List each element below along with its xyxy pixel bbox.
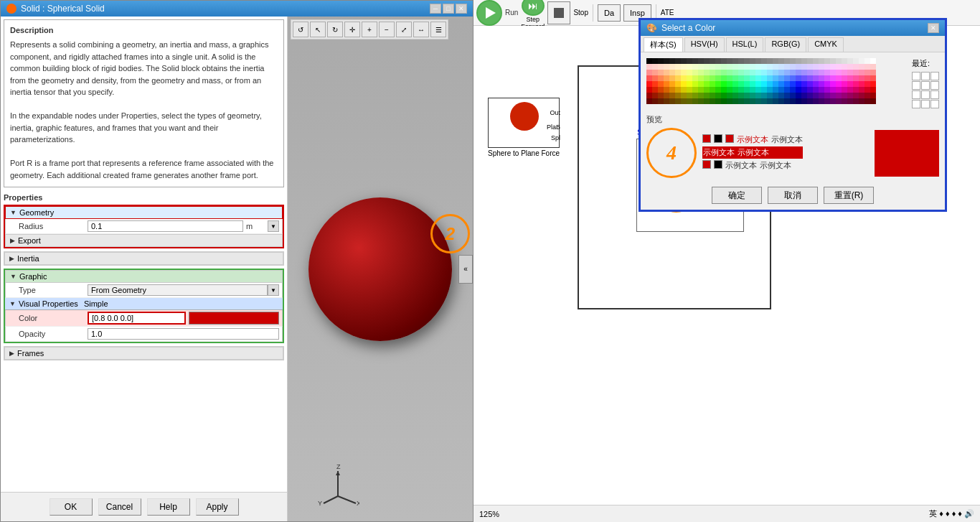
color-cell[interactable]	[859, 64, 864, 70]
step-forward-button[interactable]: ⏭	[522, 0, 545, 16]
color-cell[interactable]	[773, 70, 778, 75]
color-cell[interactable]	[669, 64, 675, 70]
color-cell[interactable]	[824, 75, 830, 81]
color-cell[interactable]	[732, 81, 738, 87]
color-cell[interactable]	[738, 75, 744, 81]
color-cell[interactable]	[681, 98, 687, 104]
color-cell[interactable]	[761, 75, 767, 81]
color-cell[interactable]	[687, 98, 692, 104]
color-cell[interactable]	[675, 93, 681, 98]
color-cell[interactable]	[790, 81, 796, 87]
color-cell[interactable]	[836, 93, 842, 98]
apply-button[interactable]: Apply	[196, 498, 239, 516]
vp-fit-btn[interactable]: ⤢	[396, 22, 412, 37]
color-cell[interactable]	[738, 81, 744, 87]
color-cell[interactable]	[704, 75, 710, 81]
color-cell[interactable]	[842, 81, 847, 87]
color-cell[interactable]	[652, 58, 658, 64]
color-cell[interactable]	[864, 81, 870, 87]
color-cell[interactable]	[750, 93, 755, 98]
frames-header[interactable]: ▶ Frames	[4, 347, 283, 360]
color-cell[interactable]	[824, 81, 830, 87]
vp-zoom-in-btn[interactable]: +	[362, 22, 377, 37]
color-cell[interactable]	[755, 98, 761, 104]
color-cell[interactable]	[784, 81, 790, 87]
vp-zoom-out-btn[interactable]: −	[379, 22, 395, 37]
color-grid[interactable]	[646, 58, 906, 108]
color-cell[interactable]	[796, 87, 801, 93]
color-cell[interactable]	[721, 64, 727, 70]
color-cell[interactable]	[784, 93, 790, 98]
color-cell[interactable]	[652, 93, 658, 98]
color-cell[interactable]	[669, 58, 675, 64]
color-cell[interactable]	[801, 81, 807, 87]
color-cell[interactable]	[732, 75, 738, 81]
color-cell[interactable]	[646, 75, 652, 81]
color-cell[interactable]	[710, 64, 715, 70]
color-cell[interactable]	[853, 64, 859, 70]
color-cell[interactable]	[652, 81, 658, 87]
color-cell[interactable]	[847, 58, 853, 64]
color-preview[interactable]	[189, 312, 280, 325]
color-cell[interactable]	[727, 70, 732, 75]
export-header[interactable]: ▶ Export	[5, 234, 283, 247]
color-cell[interactable]	[842, 93, 847, 98]
color-cell[interactable]	[847, 93, 853, 98]
color-cell[interactable]	[721, 70, 727, 75]
color-cell[interactable]	[744, 70, 750, 75]
color-cell[interactable]	[824, 58, 830, 64]
recent-color-cell[interactable]	[930, 100, 939, 108]
color-cell[interactable]	[652, 64, 658, 70]
color-cell[interactable]	[744, 93, 750, 98]
recent-color-cell[interactable]	[930, 72, 939, 80]
color-cell[interactable]	[710, 87, 715, 93]
color-cell[interactable]	[836, 81, 842, 87]
color-cell[interactable]	[750, 64, 755, 70]
color-cell[interactable]	[669, 98, 675, 104]
color-cell[interactable]	[813, 64, 819, 70]
color-cell[interactable]	[761, 87, 767, 93]
sphere-force-block[interactable]: Out PlaB Spl Sphere to Plane Force	[488, 98, 560, 157]
color-cell[interactable]	[790, 87, 796, 93]
color-cell[interactable]	[750, 87, 755, 93]
color-cell[interactable]	[790, 70, 796, 75]
color-cell[interactable]	[744, 64, 750, 70]
color-cell[interactable]	[669, 93, 675, 98]
color-cell[interactable]	[664, 75, 669, 81]
recent-color-cell[interactable]	[921, 72, 930, 80]
color-cell[interactable]	[807, 87, 813, 93]
color-cell[interactable]	[681, 64, 687, 70]
color-cell[interactable]	[796, 58, 801, 64]
color-cell[interactable]	[773, 64, 778, 70]
color-cell[interactable]	[738, 64, 744, 70]
color-cell[interactable]	[784, 98, 790, 104]
color-cell[interactable]	[778, 98, 784, 104]
color-cell[interactable]	[778, 70, 784, 75]
color-cell[interactable]	[738, 98, 744, 104]
color-cell[interactable]	[669, 75, 675, 81]
color-cell[interactable]	[824, 87, 830, 93]
color-cell[interactable]	[732, 58, 738, 64]
color-cell[interactable]	[761, 93, 767, 98]
color-cell[interactable]	[784, 87, 790, 93]
recent-color-cell[interactable]	[912, 81, 920, 90]
color-cell[interactable]	[824, 64, 830, 70]
color-cell[interactable]	[675, 70, 681, 75]
color-cell[interactable]	[704, 98, 710, 104]
color-cell[interactable]	[721, 87, 727, 93]
color-cell[interactable]	[687, 70, 692, 75]
reset-button[interactable]: 重置(R)	[824, 187, 874, 204]
color-cell[interactable]	[790, 58, 796, 64]
color-cell[interactable]	[859, 93, 864, 98]
color-cell[interactable]	[675, 81, 681, 87]
color-cell[interactable]	[830, 70, 836, 75]
color-cell[interactable]	[715, 98, 721, 104]
color-cell[interactable]	[698, 70, 704, 75]
color-cell[interactable]	[859, 75, 864, 81]
color-cell[interactable]	[744, 81, 750, 87]
color-cell[interactable]	[704, 81, 710, 87]
color-cell[interactable]	[813, 93, 819, 98]
recent-color-cell[interactable]	[930, 90, 939, 99]
tab-cmyk[interactable]: CMYK	[808, 37, 844, 52]
color-cell[interactable]	[790, 64, 796, 70]
